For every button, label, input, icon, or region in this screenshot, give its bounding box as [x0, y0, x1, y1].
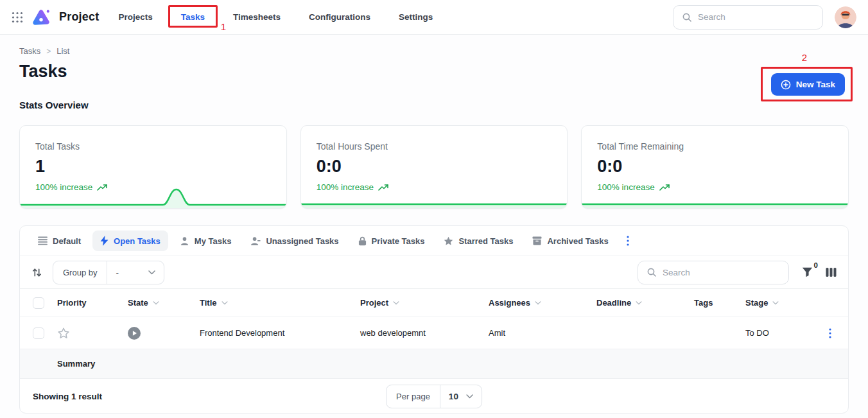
- group-by-control[interactable]: Group by -: [53, 261, 164, 284]
- tab-private-tasks[interactable]: Private Tasks: [351, 231, 433, 251]
- table-toolbar: Group by -: [20, 256, 848, 289]
- chevron-down-icon: [772, 301, 779, 305]
- per-page-select[interactable]: 10: [440, 385, 482, 408]
- main-nav: Projects Tasks 1 Timesheets Configuratio…: [118, 12, 433, 22]
- column-project[interactable]: Project: [360, 298, 489, 308]
- cell-stage[interactable]: To DO: [745, 328, 810, 338]
- chevron-down-icon: [148, 270, 155, 275]
- tab-my-tasks[interactable]: My Tasks: [172, 231, 239, 251]
- chevron-down-icon: [393, 301, 399, 305]
- summary-label: Summary: [57, 359, 128, 369]
- stat-card-value: 0:0: [317, 157, 552, 177]
- select-all-checkbox[interactable]: [33, 297, 44, 309]
- table-search[interactable]: [638, 261, 789, 284]
- chevron-down-icon: [221, 301, 228, 305]
- star-icon: [444, 236, 453, 246]
- nav-item-timesheets[interactable]: Timesheets: [233, 12, 281, 22]
- table-footer: Showing 1 result Per page 10: [20, 379, 848, 414]
- search-icon: [647, 267, 657, 277]
- user-avatar[interactable]: [835, 6, 856, 28]
- tab-default[interactable]: Default: [30, 231, 89, 251]
- global-search[interactable]: [673, 5, 823, 30]
- stats-overview-heading: Stats Overview: [19, 100, 849, 110]
- breadcrumb: Tasks > List: [19, 46, 849, 56]
- nav-item-settings[interactable]: Settings: [399, 12, 433, 22]
- tab-label: Default: [53, 236, 81, 246]
- column-deadline[interactable]: Deadline: [596, 298, 694, 308]
- chevron-down-icon: [535, 301, 541, 305]
- nav-item-configurations[interactable]: Configurations: [309, 12, 370, 22]
- lock-icon: [358, 236, 367, 246]
- priority-star-icon[interactable]: [57, 327, 128, 340]
- column-label: Priority: [57, 298, 87, 308]
- chevron-down-icon: [153, 301, 159, 305]
- column-label: Project: [360, 298, 388, 308]
- page-title: Tasks: [19, 62, 849, 82]
- annotation-label-2: 2: [802, 52, 807, 63]
- tab-archived-tasks[interactable]: Archived Tasks: [525, 231, 616, 251]
- column-state[interactable]: State: [128, 298, 200, 308]
- nav-item-tasks[interactable]: Tasks 1: [181, 12, 205, 22]
- column-title[interactable]: Title: [200, 298, 360, 308]
- chevron-down-icon: [636, 301, 642, 305]
- group-by-value: -: [116, 268, 119, 277]
- filter-tabs-row: Default Open Tasks My Tasks: [20, 226, 848, 256]
- summary-row: Summary: [20, 349, 848, 379]
- state-play-icon[interactable]: [128, 327, 200, 340]
- chevron-down-icon: [466, 394, 473, 399]
- sparkline-flat: [301, 186, 568, 208]
- stats-cards: Total Tasks 1 100% increase Total Hours …: [19, 125, 849, 209]
- tab-starred-tasks[interactable]: Starred Tasks: [436, 231, 521, 251]
- brand-logo-icon[interactable]: [31, 8, 51, 27]
- archive-icon: [532, 236, 542, 245]
- new-task-label: New Task: [796, 80, 835, 89]
- menu-lines-icon: [38, 236, 48, 245]
- group-by-select[interactable]: -: [107, 261, 164, 284]
- table-row[interactable]: Frontend Development web developemnt Ami…: [20, 317, 848, 349]
- stat-card-total-time-remaining: Total Time Remaining 0:0 100% increase: [581, 125, 849, 209]
- app-launcher-grid-icon[interactable]: [12, 12, 23, 23]
- column-label: Deadline: [596, 298, 631, 308]
- tasks-table-panel: Default Open Tasks My Tasks: [19, 225, 849, 414]
- new-task-button[interactable]: New Task: [771, 73, 845, 96]
- table-search-input[interactable]: [663, 268, 780, 277]
- row-actions-kebab-icon[interactable]: [810, 328, 835, 338]
- column-label: Title: [200, 298, 217, 308]
- filter-funnel-icon[interactable]: 0: [802, 267, 813, 277]
- tab-label: Private Tasks: [372, 236, 425, 246]
- table-header-row: Priority State Title Project: [20, 289, 848, 317]
- sort-arrows-icon[interactable]: [31, 267, 42, 278]
- new-task-area: 2 New Task: [771, 73, 845, 96]
- tab-label: Unassigned Tasks: [266, 236, 338, 246]
- stat-card-label: Total Tasks: [35, 141, 271, 152]
- nav-item-projects[interactable]: Projects: [118, 12, 152, 22]
- tabs-more-kebab-icon[interactable]: [621, 233, 634, 248]
- cell-project[interactable]: web developemnt: [360, 328, 489, 338]
- cell-title[interactable]: Frontend Development: [200, 328, 360, 338]
- breadcrumb-list[interactable]: List: [56, 46, 69, 56]
- tab-unassigned-tasks[interactable]: Unassigned Tasks: [243, 231, 346, 251]
- sparkline-flat: [582, 186, 848, 208]
- columns-icon[interactable]: [826, 267, 837, 277]
- stat-card-total-hours-spent: Total Hours Spent 0:0 100% increase: [300, 125, 568, 209]
- stat-card-value: 1: [35, 157, 271, 177]
- cell-assignees[interactable]: Amit: [489, 328, 596, 338]
- nav-item-tasks-label: Tasks: [181, 12, 205, 22]
- tab-label: My Tasks: [195, 236, 232, 246]
- breadcrumb-tasks[interactable]: Tasks: [19, 46, 40, 56]
- annotation-label-1: 1: [221, 21, 226, 32]
- column-assignees[interactable]: Assignees: [489, 298, 596, 308]
- column-tags[interactable]: Tags: [694, 298, 745, 308]
- row-checkbox[interactable]: [33, 327, 44, 339]
- plus-circle-icon: [781, 80, 791, 90]
- column-priority[interactable]: Priority: [57, 298, 128, 308]
- lightning-icon: [100, 236, 108, 246]
- column-stage[interactable]: Stage: [745, 298, 810, 308]
- per-page-control[interactable]: Per page 10: [386, 385, 482, 408]
- tab-label: Archived Tasks: [547, 236, 608, 246]
- global-search-input[interactable]: [698, 12, 814, 22]
- per-page-value: 10: [449, 392, 458, 401]
- tab-open-tasks[interactable]: Open Tasks: [92, 231, 168, 251]
- group-by-label: Group by: [53, 261, 107, 284]
- results-count-text: Showing 1 result: [33, 392, 102, 401]
